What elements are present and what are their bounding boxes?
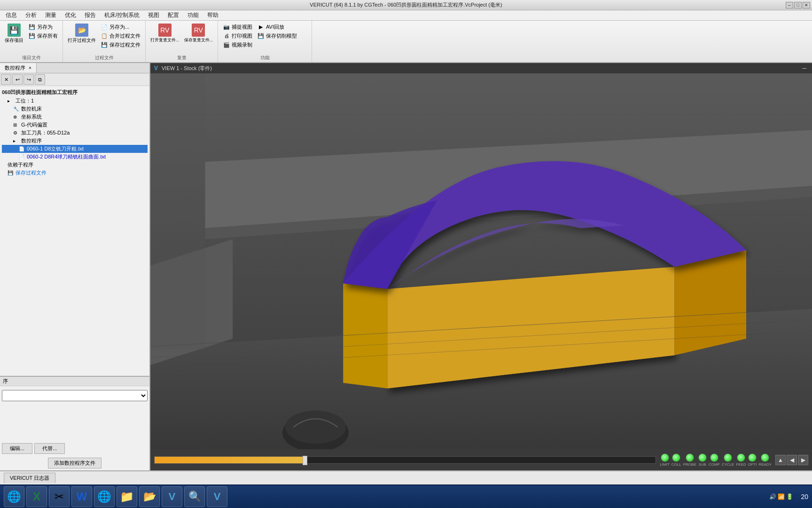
svg-marker-6 [674,250,746,355]
minimize-button[interactable]: ─ [786,2,793,8]
nav-prev-button[interactable]: ◀ [787,455,797,465]
video-record-button[interactable]: 🎬 视频录制 [221,40,254,49]
viewport-minimize-button[interactable]: ─ [800,65,808,71]
edit-button[interactable]: 编辑... [2,443,32,454]
menu-report[interactable]: 报告 [81,10,100,20]
led-sub: SUB [698,453,707,467]
menu-function[interactable]: 功能 [184,10,203,20]
feed-led [737,453,745,462]
video-icon: 🎬 [223,41,230,48]
add-nc-file-button[interactable]: 添加数控程序文件 [48,458,102,468]
save-as-icon: 💾 [28,23,36,31]
coord-icon: ⊕ [13,114,20,119]
tab-nc-program[interactable]: 数控程序 × [0,63,37,73]
capture-icon: 📷 [223,23,230,31]
ribbon: 💾 保存项目 💾 另存为 💾 保存所有 项目文件 📂 打开过程文件 [0,21,812,63]
led-coll: COLL [671,453,681,467]
panel-tabs: 数控程序 × [0,63,149,73]
menu-info[interactable]: 信息 [2,10,21,20]
opti-led [748,453,757,462]
tree-item-gcode-offset[interactable]: ⊞ G-代码偏置 [2,121,148,129]
taskbar-vericut1[interactable]: V [162,486,182,507]
collapse-icon[interactable]: ✕ [1,74,11,85]
system-tray: 🔊 📶 🔋 [769,493,794,500]
capture-view-button[interactable]: 📷 捕捉视图 [221,23,254,31]
taskbar-ie[interactable]: 🌐 [4,486,24,507]
menu-config[interactable]: 配置 [164,10,183,20]
merge-process-button[interactable]: 📋 合并过程文件 [99,32,142,40]
led-opti: OPTI [748,453,757,467]
ribbon-group-review: RV 打开复查文件... RV 保存复查文件... 复查 [146,21,218,62]
process-save-as-icon: 📄 [101,23,108,31]
taskbar-word[interactable]: W [71,486,92,507]
menu-help[interactable]: 帮助 [203,10,222,20]
viewport-header: V VIEW 1 - Stock (零件) ─ [150,63,812,73]
menu-measure[interactable]: 测量 [41,10,60,20]
menu-analyze[interactable]: 分析 [22,10,40,20]
undo-icon[interactable]: ↩ [12,74,23,85]
print-icon: 🖨 [223,32,230,40]
tree-title: 060凹拱形圆柱面精精加工宏程序 [2,88,148,97]
close-button[interactable]: ✕ [803,2,810,8]
led-comp: COMP [709,453,720,467]
save-cut-model-button[interactable]: 💾 保存切削模型 [255,32,299,40]
coll-led [672,453,680,462]
nav-next-button[interactable]: ▶ [798,455,808,465]
taskbar-vericut2[interactable]: V [207,486,227,507]
led-feed: FEED [736,453,746,467]
taskbar-folder[interactable]: 📁 [117,486,137,507]
progress-bar[interactable] [154,456,656,464]
sub-led [698,453,707,462]
tree-item-machine[interactable]: 🔧 数控机床 [2,105,148,113]
nav-up-button[interactable]: ▲ [775,455,786,465]
menu-optimize[interactable]: 优化 [61,10,80,20]
taskbar: 🌐 X ✂ W 🌐 📁 📂 V 🔍 V 🔊 📶 🔋 20 [0,484,812,508]
redo-icon[interactable]: ↪ [23,74,34,85]
maximize-button[interactable]: □ [794,2,802,8]
save-review-button[interactable]: RV 保存复查文件... [182,23,215,44]
clock: 20 [801,493,808,500]
avi-playback-button[interactable]: ▶ AVI回放 [255,23,299,31]
tree-item-station[interactable]: ▸ 工位：1 [2,97,148,105]
left-panel: 数控程序 × ✕ ↩ ↪ ⧉ 060凹拱形圆柱面精精加工宏程序 ▸ 工位：1 🔧… [0,63,150,470]
tree-toolbar: ✕ ↩ ↪ ⧉ [0,73,149,86]
save-as-button[interactable]: 💾 另存为 [26,23,60,31]
menu-machine[interactable]: 机床/控制系统 [101,10,143,20]
avi-icon: ▶ [257,23,265,31]
tree-item-coord[interactable]: ⊕ 坐标系统 [2,113,148,121]
bottom-buttons: 编辑... 代替... [0,441,149,456]
log-tab[interactable]: VERICUT 日志器 [4,473,55,483]
tree-item-save-process[interactable]: 💾 保存过程文件 [2,169,148,177]
save-project-icon: 💾 [8,24,21,37]
tree-item-nc[interactable]: ▸ 数控程序 [2,137,148,145]
probe-led [686,453,694,462]
replace-button[interactable]: 代替... [34,443,65,454]
menu-view[interactable]: 视图 [144,10,163,20]
open-process-button[interactable]: 📂 打开过程文件 [66,23,98,45]
nc-folder-icon: ▸ [13,138,20,143]
save-project-button[interactable]: 💾 保存项目 [3,23,25,45]
open-review-button[interactable]: RV 打开复查文件... [148,23,181,44]
left-bottom-panel: 序 编辑... 代替... 添加数控程序文件 [0,376,149,470]
taskbar-ie2[interactable]: 🌐 [94,486,115,507]
3d-scene[interactable] [150,73,812,449]
taskbar-cut[interactable]: ✂ [49,486,70,507]
tab-close-icon[interactable]: × [29,65,31,71]
tree-arrow-icon: ▸ [8,98,14,103]
tree-item-depends[interactable]: 依赖于程序 [2,161,148,169]
save-all-button[interactable]: 💾 保存所有 [26,32,60,40]
taskbar-explorer[interactable]: 📂 [139,486,160,507]
taskbar-excel[interactable]: X [26,486,47,507]
taskbar-search[interactable]: 🔍 [184,486,205,507]
copy-icon[interactable]: ⧉ [35,74,45,85]
program-select[interactable] [2,390,148,401]
progress-thumb[interactable] [303,456,307,465]
limit-led [661,453,669,462]
gcode-icon: ⊞ [13,122,20,127]
print-view-button[interactable]: 🖨 打印视图 [221,32,254,40]
tree-item-nc-file1[interactable]: 📄 0060-1 D8立铣刀开粗.txt [2,145,148,153]
process-save-as-button[interactable]: 📄 另存为... [99,23,142,31]
tree-item-nc-file2[interactable]: 📄 0060-2 D8R4球刀精铣柱面曲面.txt [2,153,148,161]
save-process-button[interactable]: 💾 保存过程文件 [99,40,142,49]
tree-item-tool[interactable]: ⚙ 加工刀具：055-D12a [2,129,148,137]
